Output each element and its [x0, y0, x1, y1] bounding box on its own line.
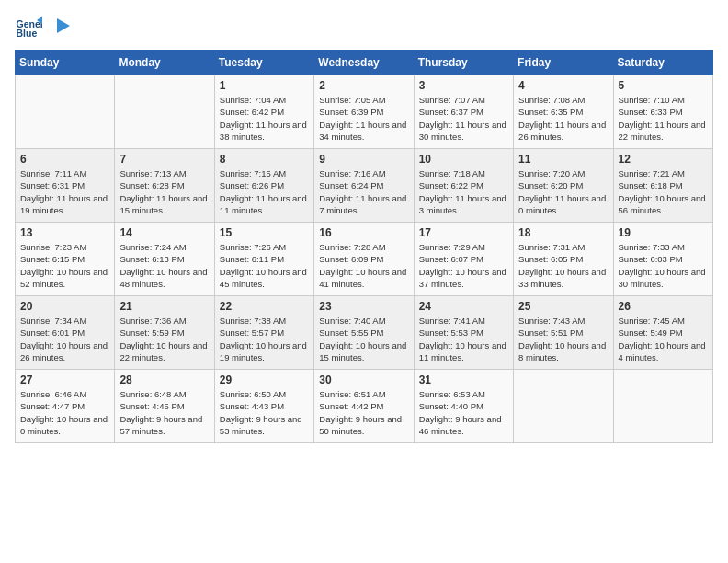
calendar-cell: 9Sunrise: 7:16 AM Sunset: 6:24 PM Daylig… [314, 149, 414, 223]
calendar-body: 1Sunrise: 7:04 AM Sunset: 6:42 PM Daylig… [16, 75, 713, 443]
day-info: Sunrise: 7:10 AM Sunset: 6:33 PM Dayligh… [619, 94, 708, 143]
day-info: Sunrise: 7:11 AM Sunset: 6:31 PM Dayligh… [20, 167, 109, 216]
calendar-cell: 10Sunrise: 7:18 AM Sunset: 6:22 PM Dayli… [414, 149, 513, 223]
day-info: Sunrise: 6:48 AM Sunset: 4:45 PM Dayligh… [119, 388, 209, 437]
calendar-cell: 21Sunrise: 7:36 AM Sunset: 5:59 PM Dayli… [115, 296, 214, 370]
day-info: Sunrise: 7:43 AM Sunset: 5:51 PM Dayligh… [518, 315, 608, 363]
day-info: Sunrise: 7:28 AM Sunset: 6:09 PM Dayligh… [319, 241, 408, 290]
calendar-cell [613, 370, 712, 443]
day-info: Sunrise: 6:50 AM Sunset: 4:43 PM Dayligh… [220, 388, 309, 437]
day-number: 24 [419, 300, 508, 313]
calendar-cell: 6Sunrise: 7:11 AM Sunset: 6:31 PM Daylig… [16, 149, 115, 223]
day-info: Sunrise: 7:41 AM Sunset: 5:53 PM Dayligh… [419, 315, 508, 363]
day-info: Sunrise: 7:23 AM Sunset: 6:15 PM Dayligh… [20, 241, 109, 290]
calendar-week-5: 27Sunrise: 6:46 AM Sunset: 4:47 PM Dayli… [16, 370, 713, 443]
day-info: Sunrise: 7:34 AM Sunset: 6:01 PM Dayligh… [20, 315, 109, 363]
day-number: 6 [20, 153, 109, 166]
calendar-week-1: 1Sunrise: 7:04 AM Sunset: 6:42 PM Daylig… [16, 75, 713, 149]
calendar-cell: 13Sunrise: 7:23 AM Sunset: 6:15 PM Dayli… [16, 223, 115, 296]
page-header: General Blue [15, 15, 713, 42]
calendar-cell: 27Sunrise: 6:46 AM Sunset: 4:47 PM Dayli… [16, 370, 115, 443]
calendar-cell: 8Sunrise: 7:15 AM Sunset: 6:26 PM Daylig… [214, 149, 313, 223]
day-info: Sunrise: 7:29 AM Sunset: 6:07 PM Dayligh… [419, 241, 508, 290]
calendar-cell [16, 75, 115, 149]
weekday-header-thursday: Thursday [414, 51, 513, 75]
day-number: 11 [518, 153, 608, 166]
calendar-cell: 25Sunrise: 7:43 AM Sunset: 5:51 PM Dayli… [514, 296, 613, 370]
day-info: Sunrise: 7:38 AM Sunset: 5:57 PM Dayligh… [220, 315, 309, 363]
calendar-cell: 3Sunrise: 7:07 AM Sunset: 6:37 PM Daylig… [414, 75, 513, 149]
weekday-header-saturday: Saturday [613, 51, 712, 75]
day-info: Sunrise: 7:33 AM Sunset: 6:03 PM Dayligh… [619, 241, 708, 290]
day-number: 27 [20, 373, 109, 386]
day-number: 2 [319, 79, 408, 92]
calendar-cell: 24Sunrise: 7:41 AM Sunset: 5:53 PM Dayli… [414, 296, 513, 370]
calendar-cell: 23Sunrise: 7:40 AM Sunset: 5:55 PM Dayli… [314, 296, 414, 370]
weekday-header-wednesday: Wednesday [314, 51, 414, 75]
calendar-cell: 5Sunrise: 7:10 AM Sunset: 6:33 PM Daylig… [613, 75, 712, 149]
day-info: Sunrise: 7:45 AM Sunset: 5:49 PM Dayligh… [619, 315, 708, 363]
calendar-week-2: 6Sunrise: 7:11 AM Sunset: 6:31 PM Daylig… [16, 149, 713, 223]
day-number: 8 [220, 153, 309, 166]
calendar-cell: 2Sunrise: 7:05 AM Sunset: 6:39 PM Daylig… [314, 75, 414, 149]
day-number: 31 [419, 373, 508, 386]
calendar-cell: 31Sunrise: 6:53 AM Sunset: 4:40 PM Dayli… [414, 370, 513, 443]
calendar-cell: 22Sunrise: 7:38 AM Sunset: 5:57 PM Dayli… [214, 296, 313, 370]
day-info: Sunrise: 7:07 AM Sunset: 6:37 PM Dayligh… [419, 94, 508, 143]
day-number: 5 [619, 79, 708, 92]
day-number: 20 [20, 300, 109, 313]
calendar-cell: 15Sunrise: 7:26 AM Sunset: 6:11 PM Dayli… [214, 223, 313, 296]
day-number: 12 [619, 153, 708, 166]
svg-text:Blue: Blue [17, 28, 38, 39]
calendar-cell: 14Sunrise: 7:24 AM Sunset: 6:13 PM Dayli… [115, 223, 214, 296]
day-number: 14 [119, 226, 209, 239]
day-info: Sunrise: 7:08 AM Sunset: 6:35 PM Dayligh… [518, 94, 608, 143]
day-number: 23 [319, 300, 408, 313]
day-info: Sunrise: 6:51 AM Sunset: 4:42 PM Dayligh… [319, 388, 408, 437]
calendar-cell: 18Sunrise: 7:31 AM Sunset: 6:05 PM Dayli… [514, 223, 613, 296]
day-info: Sunrise: 7:36 AM Sunset: 5:59 PM Dayligh… [119, 315, 209, 363]
day-info: Sunrise: 7:21 AM Sunset: 6:18 PM Dayligh… [619, 167, 708, 216]
day-number: 25 [518, 300, 608, 313]
day-number: 19 [619, 226, 708, 239]
calendar-cell [514, 370, 613, 443]
weekday-header-monday: Monday [115, 51, 214, 75]
day-number: 9 [319, 153, 408, 166]
day-number: 22 [220, 300, 309, 313]
calendar-header: SundayMondayTuesdayWednesdayThursdayFrid… [16, 51, 713, 75]
day-number: 18 [518, 226, 608, 239]
calendar-cell: 30Sunrise: 6:51 AM Sunset: 4:42 PM Dayli… [314, 370, 414, 443]
day-number: 7 [119, 153, 209, 166]
day-number: 1 [220, 79, 309, 92]
day-info: Sunrise: 7:40 AM Sunset: 5:55 PM Dayligh… [319, 315, 408, 363]
svg-marker-3 [57, 18, 70, 33]
day-number: 16 [319, 226, 408, 239]
logo: General Blue [15, 15, 70, 42]
calendar-cell: 4Sunrise: 7:08 AM Sunset: 6:35 PM Daylig… [514, 75, 613, 149]
day-info: Sunrise: 7:15 AM Sunset: 6:26 PM Dayligh… [220, 167, 309, 216]
calendar-cell [115, 75, 214, 149]
logo-arrow-icon [50, 18, 70, 39]
calendar-cell: 29Sunrise: 6:50 AM Sunset: 4:43 PM Dayli… [214, 370, 313, 443]
weekday-header-tuesday: Tuesday [214, 51, 313, 75]
day-number: 4 [518, 79, 608, 92]
calendar-cell: 17Sunrise: 7:29 AM Sunset: 6:07 PM Dayli… [414, 223, 513, 296]
calendar-cell: 12Sunrise: 7:21 AM Sunset: 6:18 PM Dayli… [613, 149, 712, 223]
calendar-table: SundayMondayTuesdayWednesdayThursdayFrid… [15, 50, 713, 443]
calendar-cell: 7Sunrise: 7:13 AM Sunset: 6:28 PM Daylig… [115, 149, 214, 223]
day-info: Sunrise: 6:53 AM Sunset: 4:40 PM Dayligh… [419, 388, 508, 437]
day-info: Sunrise: 7:26 AM Sunset: 6:11 PM Dayligh… [220, 241, 309, 290]
day-info: Sunrise: 7:16 AM Sunset: 6:24 PM Dayligh… [319, 167, 408, 216]
day-number: 28 [119, 373, 209, 386]
day-info: Sunrise: 6:46 AM Sunset: 4:47 PM Dayligh… [20, 388, 109, 437]
day-info: Sunrise: 7:24 AM Sunset: 6:13 PM Dayligh… [119, 241, 209, 290]
calendar-cell: 11Sunrise: 7:20 AM Sunset: 6:20 PM Dayli… [514, 149, 613, 223]
day-info: Sunrise: 7:05 AM Sunset: 6:39 PM Dayligh… [319, 94, 408, 143]
day-number: 29 [220, 373, 309, 386]
day-number: 15 [220, 226, 309, 239]
day-number: 26 [619, 300, 708, 313]
day-number: 30 [319, 373, 408, 386]
day-info: Sunrise: 7:20 AM Sunset: 6:20 PM Dayligh… [518, 167, 608, 216]
day-number: 21 [119, 300, 209, 313]
calendar-cell: 19Sunrise: 7:33 AM Sunset: 6:03 PM Dayli… [613, 223, 712, 296]
